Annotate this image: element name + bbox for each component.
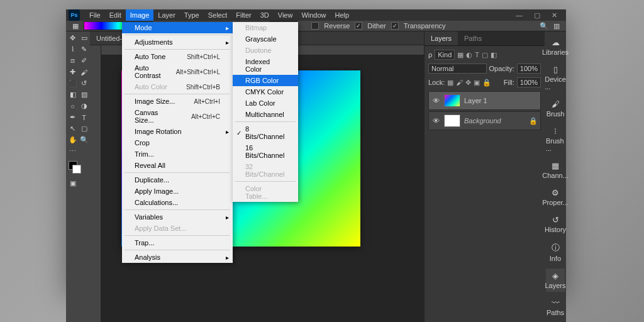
dock-brush-presets[interactable]: ⁝Brush ...	[546, 124, 565, 155]
mode-16bit[interactable]: 16 Bits/Channel	[233, 142, 298, 161]
tab-paths[interactable]: Paths	[458, 31, 488, 45]
crop-tool[interactable]: ⧈	[67, 55, 78, 66]
menu-view[interactable]: View	[274, 9, 297, 21]
lock-artboard-icon[interactable]: ▣	[474, 79, 480, 87]
brush-tool[interactable]: 🖌	[79, 67, 89, 77]
marquee-tool[interactable]: ▭	[79, 33, 89, 43]
menu-trap[interactable]: Trap...	[122, 237, 233, 248]
fill-input[interactable]: 100%	[517, 77, 541, 87]
close-icon[interactable]: ✕	[552, 11, 557, 19]
lock-pixels-icon[interactable]: 🖌	[456, 79, 463, 87]
menu-auto-color[interactable]: Auto ColorShift+Ctrl+B	[122, 81, 233, 92]
dock-libraries[interactable]: ☁Libraries	[546, 35, 565, 58]
menu-select[interactable]: Select	[204, 9, 232, 21]
menu-duplicate[interactable]: Duplicate...	[122, 174, 233, 186]
kind-filter[interactable]: Kind	[435, 50, 455, 60]
dock-history[interactable]: ↺History	[546, 213, 565, 236]
mode-rgb[interactable]: RGB Color	[233, 75, 298, 86]
menu-edit[interactable]: Edit	[105, 9, 126, 21]
menu-canvas-size[interactable]: Canvas Size...Alt+Ctrl+C	[122, 107, 233, 126]
eraser-tool[interactable]: ◧	[67, 89, 78, 100]
layer-name[interactable]: Layer 1	[464, 97, 538, 104]
menu-reveal-all[interactable]: Reveal All	[122, 160, 233, 171]
lock-position-icon[interactable]: ✥	[465, 79, 471, 87]
menu-help[interactable]: Help	[331, 9, 354, 21]
layer-row-layer1[interactable]: 👁 Layer 1	[428, 91, 541, 110]
maximize-icon[interactable]: ▢	[534, 11, 540, 19]
type-tool[interactable]: T	[79, 112, 89, 123]
mode-indexed[interactable]: Indexed Color	[233, 56, 298, 75]
menu-file[interactable]: File	[85, 9, 105, 21]
stamp-tool[interactable]: ⬛	[67, 78, 78, 89]
history-brush-tool[interactable]: ↺	[79, 78, 89, 89]
pen-tool[interactable]: ✒	[67, 112, 78, 123]
screen-mode-icon[interactable]: ▣	[67, 178, 78, 189]
menu-variables[interactable]: Variables	[122, 211, 233, 223]
dodge-tool[interactable]: ◑	[79, 101, 89, 111]
path-tool[interactable]: ↖	[67, 123, 78, 134]
layer-name[interactable]: Background	[464, 117, 525, 125]
lock-all-icon[interactable]: 🔒	[482, 79, 491, 87]
visibility-icon[interactable]: 👁	[431, 97, 440, 104]
lasso-tool[interactable]: ⌇	[67, 44, 78, 55]
menu-layer[interactable]: Layer	[153, 9, 180, 21]
mode-32bit[interactable]: 32 Bits/Channel	[233, 161, 298, 180]
healing-tool[interactable]: ✚	[67, 67, 78, 77]
menu-auto-contrast[interactable]: Auto ContrastAlt+Shift+Ctrl+L	[122, 62, 233, 81]
menu-mode[interactable]: Mode	[122, 22, 233, 33]
layer-opacity-input[interactable]: 100%	[517, 64, 541, 74]
dock-channels[interactable]: ▦Chann...	[546, 158, 565, 182]
menu-image[interactable]: Image	[126, 9, 154, 21]
mode-bitmap[interactable]: Bitmap	[233, 22, 298, 33]
filter-pixel-icon[interactable]: ▦	[457, 51, 464, 59]
filter-type-icon[interactable]: T	[475, 51, 479, 59]
eyedropper-tool[interactable]: ✐	[79, 55, 89, 66]
filter-adjust-icon[interactable]: ◐	[466, 51, 472, 59]
visibility-icon[interactable]: 👁	[431, 117, 440, 125]
menu-auto-tone[interactable]: Auto ToneShift+Ctrl+L	[122, 51, 233, 62]
blend-mode-select[interactable]: Normal	[428, 64, 487, 74]
dock-properties[interactable]: ⚙Proper...	[546, 186, 565, 209]
mode-cmyk[interactable]: CMYK Color	[233, 86, 298, 97]
menu-image-size[interactable]: Image Size...Alt+Ctrl+I	[122, 96, 233, 107]
reverse-checkbox[interactable]	[311, 22, 319, 30]
menu-image-rotation[interactable]: Image Rotation	[122, 126, 233, 137]
quick-select-tool[interactable]: ✎	[79, 44, 89, 55]
menu-window[interactable]: Window	[297, 9, 330, 21]
dock-brush[interactable]: 🖌Brush	[546, 97, 565, 120]
search-icon[interactable]: 🔍	[540, 22, 548, 30]
menu-apply-image[interactable]: Apply Image...	[122, 186, 233, 197]
menu-analysis[interactable]: Analysis	[122, 252, 233, 263]
blur-tool[interactable]: ○	[67, 101, 78, 111]
gradient-tool-icon[interactable]: ▦	[72, 22, 79, 30]
menu-adjustments[interactable]: Adjustments	[122, 36, 233, 48]
transparency-checkbox[interactable]	[391, 22, 399, 30]
layer-row-background[interactable]: 👁 Background 🔒	[428, 111, 541, 130]
dock-paths[interactable]: 〰Paths	[546, 296, 565, 319]
mode-lab[interactable]: Lab Color	[233, 97, 298, 109]
mode-8bit[interactable]: 8 Bits/Channel	[233, 123, 298, 142]
menu-calculations[interactable]: Calculations...	[122, 197, 233, 208]
minimize-icon[interactable]: —	[516, 11, 523, 19]
tab-layers[interactable]: Layers	[425, 31, 458, 45]
menu-filter[interactable]: Filter	[231, 9, 255, 21]
workspace-switcher-icon[interactable]: ▥	[553, 22, 560, 30]
mode-color-table[interactable]: Color Table...	[233, 183, 298, 202]
menu-3d[interactable]: 3D	[256, 9, 274, 21]
dock-info[interactable]: ⓘInfo	[546, 240, 565, 265]
lock-transparent-icon[interactable]: ▦	[447, 79, 453, 87]
dock-device[interactable]: ▯Device ...	[546, 62, 565, 93]
move-tool[interactable]: ✥	[67, 33, 78, 43]
dock-layers[interactable]: ◈Layers	[546, 269, 565, 292]
filter-smart-icon[interactable]: ◧	[491, 51, 497, 59]
mode-grayscale[interactable]: Grayscale	[233, 33, 298, 45]
gradient-tool[interactable]: ▨	[79, 89, 89, 100]
menu-trim[interactable]: Trim...	[122, 148, 233, 160]
menu-crop[interactable]: Crop	[122, 137, 233, 148]
hand-tool[interactable]: ✋	[67, 135, 78, 145]
mode-multichannel[interactable]: Multichannel	[233, 109, 298, 120]
shape-tool[interactable]: ▢	[79, 123, 89, 134]
dither-checkbox[interactable]	[355, 22, 362, 30]
menu-apply-data-set[interactable]: Apply Data Set...	[122, 223, 233, 234]
filter-shape-icon[interactable]: ▢	[482, 51, 488, 59]
